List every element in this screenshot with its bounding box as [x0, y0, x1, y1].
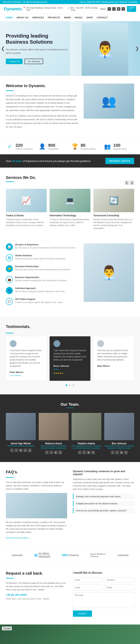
submit-button[interactable]: SUBMIT	[73, 610, 92, 617]
ben-yt[interactable]: ▶	[120, 451, 123, 454]
nav-services[interactable]: SERVICES	[30, 14, 46, 21]
stephen-yt[interactable]: ▶	[87, 451, 90, 454]
dot-3[interactable]	[73, 384, 74, 386]
ben-in[interactable]: in	[124, 451, 128, 454]
service-img-stocks: 📈	[6, 189, 47, 212]
ben-photo	[104, 413, 134, 440]
nav-home[interactable]: HOME	[4, 14, 14, 21]
header-social: f t ▶ in	[108, 7, 125, 11]
request-quote-button[interactable]: REQUEST QUOTE	[105, 158, 134, 164]
team-section: Our Team. David Vigo Michel The HO at Dy…	[0, 394, 140, 462]
partners-section: comcast 🌐 GLOBALFINANCE SMSFinance Oloss…	[0, 547, 140, 563]
faq-text2: We are a dynamic consulting company. Loc…	[6, 521, 67, 534]
ben-fb[interactable]: f	[111, 451, 114, 454]
faq-right: Dynamic Consulting continues to grow and…	[73, 470, 134, 539]
services-title: Services We Do.	[6, 175, 36, 180]
nav-pages[interactable]: PAGES	[73, 14, 84, 21]
youtube-icon[interactable]: ▶	[117, 7, 120, 11]
hero-next[interactable]: ❯	[135, 46, 139, 51]
stat-consultants-label: Consultants	[48, 148, 59, 150]
stat-rewards-label: Rewards winning	[81, 148, 96, 150]
ben-role: Community invest and has worked tireless…	[104, 445, 134, 449]
services-next[interactable]: ❯	[130, 181, 134, 185]
twitter-icon[interactable]: t	[112, 7, 116, 11]
logo[interactable]: Dynamic.	[4, 6, 23, 12]
hero-prev[interactable]: ❮	[1, 46, 5, 51]
consultant-icon: 👤	[38, 142, 46, 150]
rebecca-yt[interactable]: ▶	[54, 451, 58, 454]
phone-input[interactable]	[105, 585, 134, 590]
map-section[interactable]: Google Type an answer. Google may not me…	[0, 624, 140, 644]
faq-divider	[6, 477, 14, 478]
feature-business-title: Business Opportunities	[15, 276, 67, 278]
dot-2[interactable]	[69, 384, 71, 386]
topbar-contact: Call us: (480) 982-1460 | info@dynamic.c…	[80, 1, 137, 3]
testimonial-bruce-text: I can't shark them enough for how the co…	[53, 349, 87, 362]
faq-item-3[interactable]: How do you successfully generate, captur…	[73, 508, 134, 513]
cart-count: 0	[129, 9, 130, 11]
hero-title: Providing leading Business Solutions	[6, 33, 68, 45]
cart-button[interactable]: CART 0	[127, 6, 136, 12]
testimonials-section: Testimonials. I could never thank enough…	[0, 317, 140, 394]
ben-social: f t ▶ in	[104, 451, 134, 454]
david-yt[interactable]: ▶	[19, 448, 22, 452]
nav-about[interactable]: ABOUT US	[14, 14, 30, 21]
our-services-button[interactable]: Our Services	[24, 59, 43, 64]
stephen-social: f t ▶ in	[72, 451, 102, 454]
partner-comcast2: comcast	[118, 554, 129, 557]
testimonial-dots	[6, 384, 134, 386]
stephen-in[interactable]: in	[91, 451, 95, 454]
nav-news[interactable]: NEWS	[62, 14, 73, 21]
experience-banner: Over 20 years of Experience we'll ensure…	[0, 154, 140, 168]
header-hours: 🕐 Mon - Sat 8:00 - 18:00, Sunday Close	[67, 7, 100, 11]
hero-image: 👨‍💼	[70, 21, 140, 76]
name-input[interactable]	[73, 577, 103, 583]
welcome-text: Welcome to Dynamic. Dynamic Consulting p…	[6, 84, 79, 130]
facebook-icon[interactable]: f	[108, 7, 111, 11]
faq-right-title: Dynamic Consulting continues to grow and…	[73, 470, 134, 476]
ben-tw[interactable]: t	[115, 451, 119, 454]
david-tw[interactable]: t	[14, 448, 18, 452]
services-prev[interactable]: ❮	[125, 181, 129, 185]
email-input[interactable]	[73, 585, 103, 590]
david-g[interactable]: g	[28, 448, 31, 452]
nav-projects[interactable]: PROJECTS	[46, 14, 62, 21]
rebecca-in[interactable]: in	[59, 451, 62, 454]
rebecca-tw[interactable]: t	[50, 451, 53, 454]
service-it-desc: IT refers to all processes of governing …	[50, 218, 90, 227]
instagram-icon[interactable]: in	[122, 7, 125, 11]
faq-item-1[interactable]: Strategic and commercial approach with i…	[73, 494, 134, 499]
stat-clients-content: 100 Satisfied clients	[113, 143, 127, 150]
testimonial-peter-text: I could never thank enough the team. I c…	[10, 349, 43, 368]
faq-more-link[interactable]: Click here for more FAQ's »	[6, 537, 30, 539]
dot-1[interactable]	[66, 384, 67, 386]
peter-name: Peter Watson	[10, 370, 43, 374]
stephen-fb[interactable]: f	[78, 451, 81, 454]
business-icon: 💼	[6, 276, 13, 283]
faq-item-2[interactable]: A digital prescription for the pharma in…	[73, 501, 134, 506]
faq-left: FAQ's. I am so clear that sometimes I do…	[6, 470, 67, 539]
nav-contact[interactable]: CONTACT	[95, 14, 110, 21]
faq-section: FAQ's. I am so clear that sometimes I do…	[0, 462, 140, 547]
surname-input[interactable]	[105, 577, 134, 583]
stephen-photo	[72, 413, 102, 440]
team-ben: Ben Johnson Community invest and has wor…	[104, 413, 134, 454]
partner-comcast2-text: comcast	[118, 554, 129, 557]
bruce-name: Bruce Johnson	[53, 364, 87, 368]
stephen-tw[interactable]: t	[82, 451, 86, 454]
services-divider	[6, 182, 14, 182]
services-nav: ❮ ❯	[125, 181, 134, 185]
david-fb[interactable]: f	[10, 448, 14, 452]
feature-experience-desc: Our firm puts on 25 years of experience …	[15, 246, 76, 249]
message-textarea[interactable]	[73, 592, 134, 608]
nav-shop[interactable]: SHOP	[84, 14, 95, 21]
peter-role: UK Consulting	[10, 374, 43, 377]
feature-global-title: Global Solutions	[15, 254, 66, 257]
rebecca-fb[interactable]: f	[45, 451, 49, 454]
contact-us-button[interactable]: Contact Us	[6, 59, 22, 64]
feature-individual-title: Individual Approach	[15, 287, 65, 289]
stephen-role: He managed to bring the company as well …	[72, 445, 102, 449]
partner-comcast1-text: comcast	[12, 554, 23, 557]
hero-section: ❮ Providing leading Business Solutions O…	[0, 21, 140, 76]
david-in[interactable]: in	[23, 448, 27, 452]
